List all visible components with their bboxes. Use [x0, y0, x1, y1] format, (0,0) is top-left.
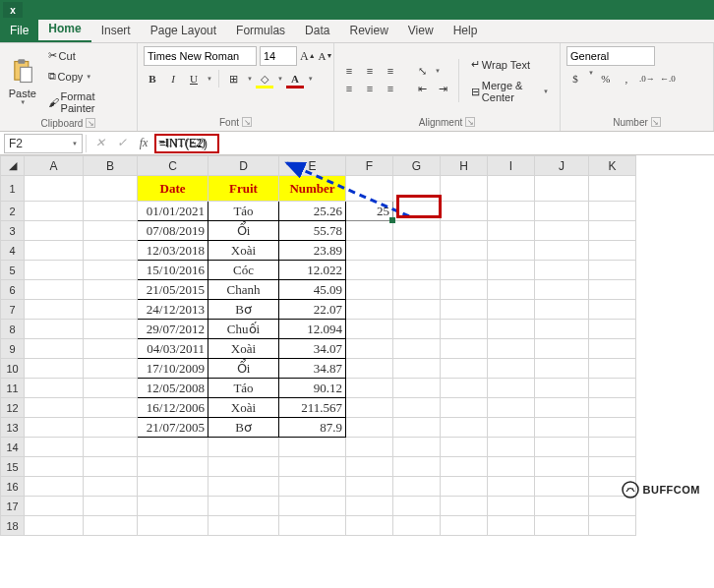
merge-center-button[interactable]: ⊟Merge & Center▼ — [466, 77, 554, 106]
cell[interactable] — [488, 379, 535, 398]
cell[interactable] — [208, 457, 279, 477]
cell[interactable]: 21/05/2015 — [138, 280, 208, 300]
cell[interactable] — [535, 477, 589, 497]
cell[interactable] — [346, 477, 393, 497]
cell[interactable] — [279, 497, 346, 516]
row-header[interactable]: 18 — [1, 516, 25, 536]
cell[interactable] — [84, 176, 138, 202]
fill-handle[interactable] — [389, 217, 395, 223]
col-header[interactable]: B — [84, 156, 138, 176]
cell[interactable] — [393, 457, 441, 477]
cell[interactable] — [589, 398, 636, 418]
row-header[interactable]: 3 — [1, 221, 25, 241]
align-middle-icon[interactable]: ≡ — [361, 63, 379, 79]
increase-indent-icon[interactable]: ⇥ — [434, 81, 451, 96]
decrease-indent-icon[interactable]: ⇤ — [413, 81, 431, 96]
cell[interactable] — [346, 379, 393, 398]
cell[interactable] — [393, 300, 441, 320]
cell[interactable] — [346, 320, 393, 339]
cell[interactable]: 12.022 — [279, 261, 346, 280]
col-header[interactable]: F — [346, 156, 393, 176]
cell[interactable] — [25, 477, 84, 497]
increase-decimal-icon[interactable]: .0→ — [638, 70, 656, 88]
col-header[interactable]: E — [279, 156, 346, 176]
cell[interactable]: 45.09 — [279, 280, 346, 300]
cell[interactable] — [589, 202, 636, 221]
cell[interactable] — [488, 438, 535, 457]
cell[interactable] — [84, 300, 138, 320]
menu-insert[interactable]: Insert — [91, 20, 141, 42]
cell[interactable] — [589, 280, 636, 300]
cell[interactable]: Number — [279, 176, 346, 202]
cell[interactable] — [393, 359, 441, 379]
cell[interactable] — [25, 221, 84, 241]
cell[interactable] — [535, 221, 589, 241]
cell[interactable] — [488, 320, 535, 339]
menu-file[interactable]: File — [0, 20, 38, 42]
cell[interactable] — [346, 398, 393, 418]
cell[interactable]: 15/10/2016 — [138, 261, 208, 280]
paste-button[interactable]: Paste ▼ — [6, 58, 39, 105]
menu-view[interactable]: View — [398, 20, 444, 42]
cell[interactable] — [25, 398, 84, 418]
cell[interactable]: 34.07 — [279, 339, 346, 359]
cell[interactable] — [138, 477, 208, 497]
cell[interactable] — [589, 176, 636, 202]
cell[interactable] — [441, 221, 488, 241]
cell[interactable] — [535, 202, 589, 221]
cell[interactable] — [346, 280, 393, 300]
cell[interactable] — [488, 497, 535, 516]
select-all[interactable]: ◢ — [1, 156, 25, 176]
cell[interactable] — [25, 300, 84, 320]
cell[interactable] — [25, 516, 84, 536]
cell[interactable] — [25, 176, 84, 202]
align-right-icon[interactable]: ≡ — [382, 81, 399, 96]
cell[interactable] — [346, 418, 393, 438]
cell[interactable]: 17/10/2009 — [138, 359, 208, 379]
cell[interactable] — [393, 497, 441, 516]
cell[interactable]: 07/08/2019 — [138, 221, 208, 241]
cell[interactable] — [84, 320, 138, 339]
cell[interactable] — [346, 516, 393, 536]
cell[interactable]: Xoài — [208, 241, 279, 261]
cell[interactable] — [346, 359, 393, 379]
cell[interactable]: 55.78 — [279, 221, 346, 241]
cell[interactable]: 87.9 — [279, 418, 346, 438]
cell[interactable] — [346, 438, 393, 457]
cell[interactable] — [346, 457, 393, 477]
cell[interactable] — [279, 477, 346, 497]
cell[interactable] — [589, 261, 636, 280]
cell[interactable] — [84, 398, 138, 418]
cell[interactable] — [535, 359, 589, 379]
cell[interactable]: Chuối — [208, 320, 279, 339]
cell[interactable] — [138, 438, 208, 457]
cell[interactable]: Ổi — [208, 221, 279, 241]
cell[interactable] — [589, 438, 636, 457]
cell[interactable] — [84, 438, 138, 457]
col-header[interactable]: J — [535, 156, 589, 176]
cell[interactable] — [346, 261, 393, 280]
align-top-icon[interactable]: ≡ — [340, 63, 358, 79]
cell[interactable] — [441, 202, 488, 221]
cell[interactable] — [84, 379, 138, 398]
cell[interactable] — [346, 221, 393, 241]
row-header[interactable]: 16 — [1, 477, 25, 497]
cell[interactable]: 34.87 — [279, 359, 346, 379]
spreadsheet-grid[interactable]: ◢ A B C D E F G H I J K 1 Date Fruit Num… — [0, 155, 714, 536]
cell[interactable] — [208, 497, 279, 516]
menu-page-layout[interactable]: Page Layout — [141, 20, 226, 42]
menu-home[interactable]: Home — [38, 18, 90, 42]
cell[interactable]: 16/12/2006 — [138, 398, 208, 418]
cell[interactable] — [441, 438, 488, 457]
borders-button[interactable]: ⊞ — [225, 70, 243, 88]
cell[interactable] — [25, 418, 84, 438]
enter-icon[interactable]: ✓ — [111, 134, 133, 153]
cell[interactable] — [25, 379, 84, 398]
cell[interactable]: Xoài — [208, 339, 279, 359]
cell[interactable] — [441, 457, 488, 477]
col-header[interactable]: G — [393, 156, 441, 176]
cell[interactable] — [393, 202, 441, 221]
cell[interactable] — [488, 261, 535, 280]
cell[interactable] — [441, 280, 488, 300]
cell[interactable]: 12.094 — [279, 320, 346, 339]
